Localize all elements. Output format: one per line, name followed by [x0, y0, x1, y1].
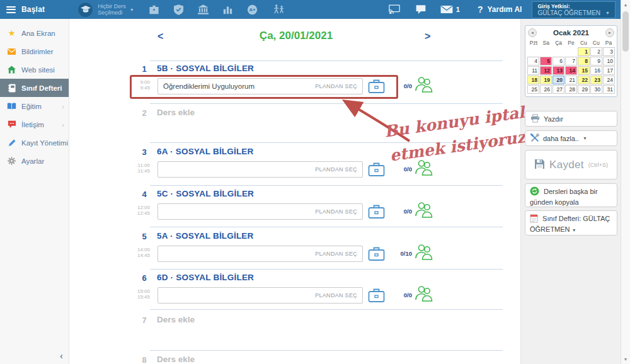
- calendar-day[interactable]: 16: [590, 66, 602, 75]
- calendar-day[interactable]: 3: [603, 47, 615, 56]
- calendar-day[interactable]: 1: [578, 47, 590, 56]
- lesson-title[interactable]: 5C · SOSYAL BİLGİLER: [157, 189, 254, 198]
- help-button[interactable]: Yardım Al: [488, 5, 522, 14]
- sidebar-item-communication[interactable]: İletişim ›: [0, 115, 69, 134]
- add-lesson-button[interactable]: Ders ekle: [157, 315, 195, 324]
- calendar-day[interactable]: 13: [553, 66, 564, 75]
- save-button[interactable]: Kaydet (Ctrl+S): [525, 150, 617, 179]
- calendar-day[interactable]: 21: [565, 76, 577, 84]
- login-role-dropdown[interactable]: Giriş Yetkisi: GÜLTAÇ ÖĞRETMEN ▼: [532, 1, 616, 18]
- attendance-people-icon[interactable]: [415, 285, 433, 305]
- briefcase-icon[interactable]: [149, 5, 159, 14]
- print-button[interactable]: Yazdır: [525, 111, 617, 127]
- attendance-people-icon[interactable]: [415, 243, 433, 263]
- calendar-day[interactable]: 25: [527, 85, 539, 94]
- notebook-icon: [7, 84, 16, 93]
- add-lesson-button[interactable]: Ders ekle: [157, 355, 195, 364]
- attendance-people-icon[interactable]: [415, 201, 433, 221]
- calendar-day[interactable]: 22: [578, 76, 590, 84]
- previous-day-button[interactable]: <: [158, 31, 163, 42]
- grade-a-plus-icon[interactable]: A+: [247, 4, 258, 15]
- select-from-plan-button[interactable]: PLANDAN SEÇ: [315, 208, 357, 215]
- topic-input[interactable]: PLANDAN SEÇ: [158, 203, 363, 220]
- lesson-number: 6: [139, 273, 150, 283]
- scrollbar-thumb[interactable]: [622, 11, 629, 52]
- course-selector[interactable]: Hiçbir Ders Seçilmedi ▼: [77, 2, 134, 18]
- sidebar-item-record-management[interactable]: Kayıt Yönetimi: [0, 134, 69, 152]
- calendar-prev-icon[interactable]: ◄: [528, 28, 537, 37]
- calendar-day[interactable]: 10: [603, 57, 615, 65]
- topic-input[interactable]: PLANDAN SEÇ: [158, 161, 363, 178]
- calendar-day[interactable]: 18: [527, 76, 539, 84]
- class-register-dropdown[interactable]: Sınıf Defteri: GÜLTAÇ ÖĞRETMEN ▼: [525, 210, 617, 236]
- scroll-up-icon[interactable]: ▲: [621, 3, 630, 7]
- sidebar-item-home[interactable]: ★ Ana Ekran: [0, 24, 69, 42]
- topic-input[interactable]: PLANDAN SEÇ: [158, 287, 363, 304]
- calendar-day[interactable]: 23: [590, 76, 602, 84]
- lesson-title[interactable]: 6A · SOSYAL BİLGİLER: [157, 147, 254, 156]
- calendar-day[interactable]: 14: [565, 66, 577, 75]
- calendar-day[interactable]: 15: [578, 66, 590, 75]
- calendar-day[interactable]: 6: [553, 57, 564, 65]
- calendar-day[interactable]: 31: [603, 85, 615, 94]
- select-from-plan-button[interactable]: PLANDAN SEÇ: [315, 251, 357, 257]
- lesson-title[interactable]: 5A · SOSYAL BİLGİLER: [157, 231, 254, 241]
- calendar-day[interactable]: 9: [590, 57, 602, 65]
- select-from-plan-button[interactable]: PLANDAN SEÇ: [315, 166, 357, 173]
- select-from-plan-button[interactable]: PLANDAN SEÇ: [315, 292, 357, 299]
- calendar-day[interactable]: 5: [540, 57, 552, 65]
- calendar-day[interactable]: 27: [553, 85, 564, 94]
- sidebar-collapse-icon[interactable]: ‹: [60, 350, 63, 361]
- select-from-plan-button[interactable]: PLANDAN SEÇ: [315, 83, 357, 89]
- help-icon[interactable]: ?: [478, 4, 483, 14]
- attendance-count: 0/0: [396, 208, 412, 215]
- calendar-day[interactable]: 7: [565, 57, 577, 65]
- briefcase-icon[interactable]: [368, 203, 385, 222]
- calendar-day[interactable]: 20: [553, 76, 564, 84]
- walking-people-icon[interactable]: [272, 4, 285, 15]
- calendar-day[interactable]: 2: [590, 47, 602, 56]
- calendar-day[interactable]: 11: [527, 66, 539, 75]
- briefcase-icon[interactable]: [368, 161, 385, 179]
- hamburger-menu-icon[interactable]: [6, 4, 16, 14]
- briefcase-icon[interactable]: [368, 78, 385, 96]
- screen-cast-icon[interactable]: [389, 4, 400, 14]
- attendance-people-icon[interactable]: [415, 159, 433, 179]
- briefcase-icon[interactable]: [368, 246, 385, 264]
- calendar-day[interactable]: 24: [603, 76, 615, 84]
- calendar-day[interactable]: 4: [527, 57, 539, 65]
- attendance-people-icon[interactable]: [415, 76, 433, 96]
- more-options-button[interactable]: daha fazla.. ▼: [525, 130, 617, 146]
- next-day-button[interactable]: >: [425, 31, 430, 42]
- add-lesson-button[interactable]: Ders ekle: [157, 108, 195, 117]
- scroll-down-icon[interactable]: ▼: [621, 357, 630, 361]
- calendar-day[interactable]: 17: [603, 66, 615, 75]
- calendar-next-icon[interactable]: ►: [605, 28, 614, 37]
- chat-icon[interactable]: [415, 4, 427, 15]
- start-button[interactable]: Başlat: [21, 5, 45, 14]
- copy-lessons-button[interactable]: Dersleri başka bir günden kopyala: [525, 183, 617, 207]
- mail-icon[interactable]: [440, 5, 453, 14]
- sidebar-item-education[interactable]: Eğitim ›: [0, 97, 69, 115]
- calendar-dow-label: Sa: [540, 40, 553, 46]
- topic-input[interactable]: PLANDAN SEÇ: [158, 246, 363, 262]
- sidebar-item-settings[interactable]: Ayarlar: [0, 152, 69, 170]
- briefcase-icon[interactable]: [368, 287, 385, 305]
- bar-chart-icon[interactable]: [223, 5, 232, 14]
- calendar-day[interactable]: 28: [565, 85, 577, 94]
- lesson-title[interactable]: 5B · SOSYAL BİLGİLER: [157, 64, 254, 73]
- calendar-day[interactable]: 30: [590, 85, 602, 94]
- bank-building-icon[interactable]: [198, 4, 209, 14]
- calendar-day[interactable]: 19: [540, 76, 552, 84]
- sidebar-item-notifications[interactable]: Bildirimler: [0, 42, 69, 60]
- sidebar-item-class-register[interactable]: Sınıf Defteri: [0, 79, 69, 97]
- calendar-day[interactable]: 8: [578, 57, 590, 65]
- page-scrollbar[interactable]: ▲ ▼: [621, 0, 630, 364]
- calendar-day[interactable]: 29: [578, 85, 590, 94]
- lesson-title[interactable]: 6D · SOSYAL BİLGİLER: [157, 273, 254, 282]
- calendar-day[interactable]: 12: [540, 66, 552, 75]
- sidebar-item-website[interactable]: Web sitesi: [0, 60, 69, 79]
- shield-check-icon[interactable]: [174, 4, 183, 15]
- calendar-day[interactable]: 26: [540, 85, 552, 94]
- topic-input[interactable]: Öğrendiklerimi Uyguluyorum PLANDAN SEÇ: [158, 78, 363, 94]
